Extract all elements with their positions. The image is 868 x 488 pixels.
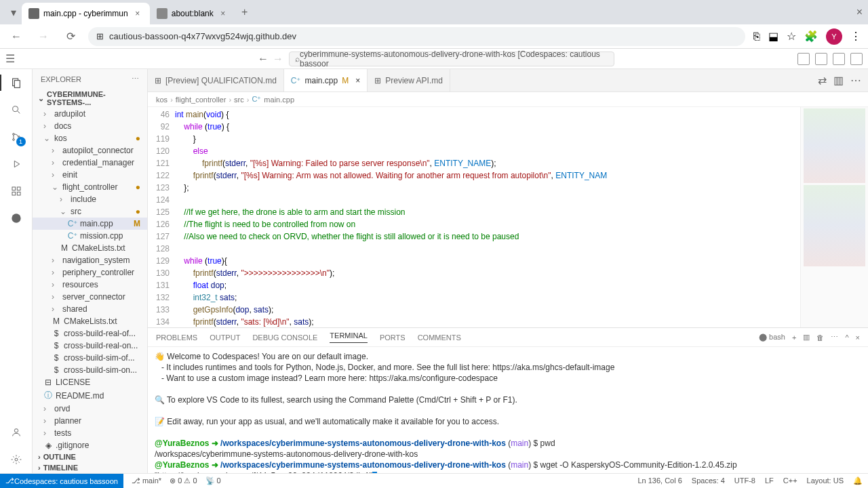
tab-qualification[interactable]: ⊞[Preview] QUALIFICATION.md — [148, 69, 284, 92]
source-control-icon[interactable]: 1 — [8, 129, 24, 145]
encoding-indicator[interactable]: UTF-8 — [734, 476, 755, 485]
avatar[interactable]: Y — [826, 28, 842, 45]
folder-resources[interactable]: ›resources — [33, 279, 147, 291]
folder-navigation-system[interactable]: ›navigation_system — [33, 254, 147, 266]
extensions-icon[interactable] — [8, 183, 24, 199]
folder-tests[interactable]: ›tests — [33, 427, 147, 439]
menu-icon[interactable]: ⋮ — [850, 30, 861, 43]
folder-autopilot-connector[interactable]: ›autopilot_connector — [33, 144, 147, 157]
folder-src[interactable]: ⌄src● — [33, 205, 147, 218]
remote-indicator[interactable]: ⎇ Codespaces: cautious bassoon — [0, 474, 123, 489]
tab-ports[interactable]: PORTS — [380, 333, 406, 342]
close-icon[interactable]: × — [355, 76, 360, 85]
tab-problems[interactable]: PROBLEMS — [156, 333, 197, 342]
more-icon[interactable]: ⋯ — [831, 333, 838, 342]
minimap[interactable] — [800, 107, 868, 327]
file-cross-build-2[interactable]: $cross-build-real-on... — [33, 340, 147, 352]
folder-orvd[interactable]: ›orvd — [33, 403, 147, 415]
code-editor[interactable]: 4692119120121122123124125126127128129130… — [148, 107, 868, 327]
branch-indicator[interactable]: ⎇ main* — [132, 476, 161, 485]
file-cross-build-4[interactable]: $cross-build-sim-on... — [33, 364, 147, 376]
tab-search-icon[interactable]: ▾ — [5, 6, 22, 19]
folder-planner[interactable]: ›planner — [33, 415, 147, 427]
eol-indicator[interactable]: LF — [765, 476, 774, 485]
folder-ardupilot[interactable]: ›ardupilot — [33, 108, 147, 120]
split-icon[interactable]: ▥ — [833, 74, 844, 87]
folder-einit[interactable]: ›einit — [33, 169, 147, 181]
layout-sidebar-icon[interactable] — [797, 53, 810, 65]
close-icon[interactable]: × — [132, 8, 143, 19]
folder-docs[interactable]: ›docs — [33, 120, 147, 132]
tab-preview-api[interactable]: ⊞Preview API.md — [368, 69, 450, 92]
tab-output[interactable]: OUTPUT — [210, 333, 240, 342]
github-icon[interactable] — [8, 210, 24, 226]
command-center[interactable]: ⌕ cyberimmune-systems-autonomous-deliver… — [289, 52, 614, 66]
layout-indicator[interactable]: Layout: US — [807, 476, 844, 485]
terminal-content[interactable]: 👋 Welcome to Codespaces! You are on our … — [148, 347, 868, 473]
tab-main-cpp[interactable]: C⁺main.cpp M× — [284, 69, 368, 92]
notifications-icon[interactable]: 🔔 — [853, 476, 863, 485]
folder-credential-manager[interactable]: ›credential_manager — [33, 157, 147, 169]
file-cross-build-3[interactable]: $cross-build-sim-of... — [33, 352, 147, 364]
close-panel-icon[interactable]: × — [856, 333, 860, 342]
close-icon[interactable]: × — [218, 8, 229, 19]
file-license[interactable]: ⊟LICENSE — [33, 376, 147, 388]
language-indicator[interactable]: C++ — [783, 476, 797, 485]
split-terminal-icon[interactable]: ▥ — [803, 333, 810, 342]
bookmark-icon[interactable]: ☆ — [787, 30, 796, 43]
tab-comments[interactable]: COMMENTS — [418, 333, 461, 342]
folder-periphery-controller[interactable]: ›periphery_controller — [33, 266, 147, 279]
file-gitignore[interactable]: ◈.gitignore — [33, 439, 147, 451]
workspace-header[interactable]: ⌄CYBERIMMUNE-SYSTEMS-... — [33, 89, 147, 108]
layout-customize-icon[interactable] — [850, 53, 863, 65]
folder-include[interactable]: ›include — [33, 193, 147, 205]
more-icon[interactable]: ⋯ — [850, 74, 861, 87]
account-icon[interactable] — [8, 424, 24, 441]
window-close-icon[interactable]: × — [856, 6, 863, 18]
explorer-icon[interactable] — [8, 75, 24, 91]
maximize-icon[interactable]: ^ — [845, 333, 848, 342]
outline-section[interactable]: ›OUTLINE — [33, 451, 147, 462]
url-input[interactable]: ⊞ cautious-bassoon-q4x77wxvg524wjq.githu… — [88, 27, 745, 46]
file-mission-cpp[interactable]: C⁺mission.cpp — [33, 230, 147, 242]
indent-indicator[interactable]: Spaces: 4 — [692, 476, 725, 485]
tab-terminal[interactable]: TERMINAL — [330, 331, 368, 343]
file-cmakelists-kos[interactable]: MCMakeLists.txt — [33, 315, 147, 327]
settings-icon[interactable] — [8, 451, 24, 468]
menu-icon[interactable]: ☰ — [5, 52, 15, 65]
browser-tab-active[interactable]: main.cpp - cyberimmun × — [22, 3, 150, 24]
run-debug-icon[interactable] — [8, 156, 24, 172]
nav-back-icon[interactable]: ← — [258, 53, 269, 65]
download-icon[interactable]: ⬓ — [768, 30, 778, 43]
search-icon[interactable] — [8, 102, 24, 118]
extensions-icon[interactable]: 🧩 — [804, 30, 818, 43]
new-tab-icon[interactable]: + — [235, 3, 254, 22]
file-cmakelists[interactable]: MCMakeLists.txt — [33, 242, 147, 254]
file-cross-build-1[interactable]: $cross-build-real-of... — [33, 327, 147, 340]
site-info-icon[interactable]: ⊞ — [96, 31, 104, 41]
more-icon[interactable]: ⋯ — [132, 75, 139, 83]
browser-tab-inactive[interactable]: about:blank × — [150, 3, 235, 24]
file-main-cpp[interactable]: C⁺main.cppM — [33, 218, 147, 230]
diff-icon[interactable]: ⇄ — [818, 74, 827, 87]
back-icon[interactable]: ← — [7, 27, 26, 46]
breadcrumb[interactable]: kos› flight_controller› src› C⁺ main.cpp — [148, 92, 868, 107]
folder-shared[interactable]: ›shared — [33, 303, 147, 315]
install-icon[interactable]: ⎘ — [753, 30, 760, 43]
ports-indicator[interactable]: 📡 0 — [205, 476, 221, 485]
timeline-section[interactable]: ›TIMELINE — [33, 462, 147, 473]
shell-indicator[interactable]: ⬤ bash — [759, 333, 785, 342]
new-terminal-icon[interactable]: + — [792, 333, 796, 342]
file-readme[interactable]: ⓘREADME.md — [33, 388, 147, 403]
layout-sidebar-right-icon[interactable] — [833, 53, 845, 65]
cursor-position[interactable]: Ln 136, Col 6 — [637, 476, 682, 485]
reload-icon[interactable]: ⟳ — [61, 27, 80, 46]
kill-terminal-icon[interactable]: 🗑 — [816, 333, 824, 342]
tab-debug-console[interactable]: DEBUG CONSOLE — [252, 333, 317, 342]
folder-flight-controller[interactable]: ⌄flight_controller● — [33, 181, 147, 193]
folder-kos[interactable]: ⌄kos● — [33, 132, 147, 144]
layout-panel-icon[interactable] — [815, 53, 827, 65]
folder-server-connector[interactable]: ›server_connector — [33, 291, 147, 303]
nav-forward-icon[interactable]: → — [273, 53, 283, 65]
problems-indicator[interactable]: ⊗ 0 ⚠ 0 — [170, 476, 197, 485]
